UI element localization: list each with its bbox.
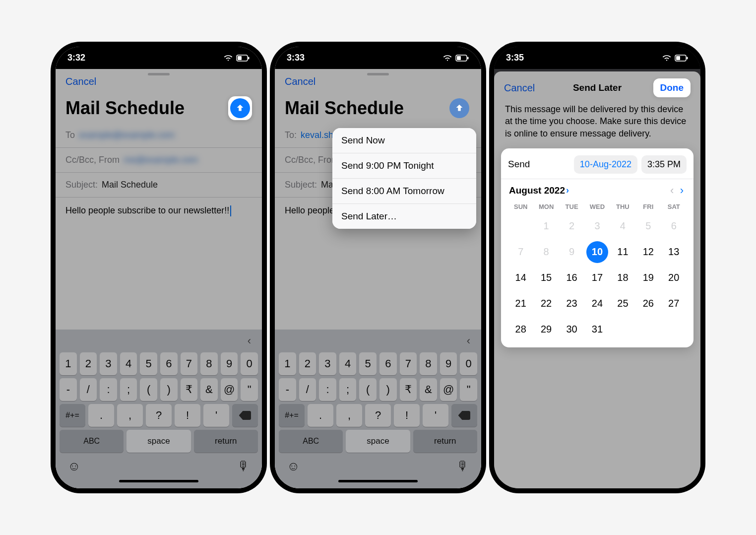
- calendar-day[interactable]: 30: [559, 317, 584, 342]
- key[interactable]: /: [299, 378, 316, 401]
- calendar-day[interactable]: 24: [584, 291, 610, 317]
- home-indicator[interactable]: [338, 480, 418, 482]
- compose-body[interactable]: Hello people subscribe to our newsletter…: [56, 198, 262, 224]
- key[interactable]: 4: [339, 352, 357, 375]
- key[interactable]: 0: [460, 352, 477, 375]
- key[interactable]: @: [440, 378, 457, 401]
- key[interactable]: ?: [365, 404, 391, 427]
- calendar-day[interactable]: 20: [661, 265, 687, 291]
- key-abc[interactable]: ABC: [279, 430, 343, 453]
- key[interactable]: 0: [241, 352, 258, 375]
- calendar-day[interactable]: 1: [533, 213, 559, 239]
- done-button[interactable]: Done: [653, 78, 691, 97]
- calendar-day[interactable]: 4: [610, 213, 635, 239]
- key-return[interactable]: return: [413, 430, 477, 453]
- key-space[interactable]: space: [346, 430, 410, 453]
- key[interactable]: 2: [80, 352, 97, 375]
- key[interactable]: 5: [359, 352, 377, 375]
- calendar-day[interactable]: 31: [584, 317, 610, 342]
- key[interactable]: ?: [146, 404, 172, 427]
- menu-send-later[interactable]: Send Later…: [332, 204, 476, 229]
- key[interactable]: (: [359, 378, 377, 401]
- key[interactable]: 6: [160, 352, 178, 375]
- key[interactable]: ;: [339, 378, 357, 401]
- key[interactable]: .: [88, 404, 114, 427]
- keyboard-collapse-icon[interactable]: ‹: [467, 334, 470, 347]
- key[interactable]: &: [420, 378, 437, 401]
- key[interactable]: -: [279, 378, 296, 401]
- key[interactable]: /: [80, 378, 97, 401]
- calendar-day[interactable]: 29: [533, 317, 559, 342]
- calendar-day[interactable]: 3: [584, 213, 610, 239]
- key[interactable]: :: [100, 378, 117, 401]
- calendar-day[interactable]: 5: [635, 213, 661, 239]
- key[interactable]: 5: [140, 352, 157, 375]
- calendar-day[interactable]: 17: [584, 265, 610, 291]
- calendar-day[interactable]: 25: [610, 291, 635, 317]
- sheet-grabber[interactable]: [367, 73, 389, 75]
- calendar-day[interactable]: 18: [610, 265, 635, 291]
- key[interactable]: 1: [279, 352, 296, 375]
- key-return[interactable]: return: [194, 430, 258, 453]
- calendar-day[interactable]: 16: [559, 265, 584, 291]
- send-button[interactable]: [447, 96, 471, 120]
- key[interactable]: 9: [440, 352, 457, 375]
- key[interactable]: 7: [181, 352, 198, 375]
- key[interactable]: .: [308, 404, 333, 427]
- home-indicator[interactable]: [119, 480, 198, 482]
- calendar-day[interactable]: 27: [661, 291, 687, 317]
- keyboard[interactable]: ‹1234567890-/:;()₹&@"#+=.,?!'ABCspaceret…: [275, 330, 481, 488]
- emoji-icon[interactable]: ☺: [287, 459, 300, 474]
- key[interactable]: ,: [117, 404, 143, 427]
- key[interactable]: &: [200, 378, 218, 401]
- calendar-day[interactable]: 19: [635, 265, 661, 291]
- to-field[interactable]: To example@example.com: [56, 123, 262, 148]
- calendar-day[interactable]: 12: [635, 239, 661, 265]
- key-space[interactable]: space: [126, 430, 190, 453]
- key[interactable]: 4: [120, 352, 137, 375]
- ccbcc-field[interactable]: Cc/Bcc, From me@example.com: [56, 148, 262, 173]
- send-button[interactable]: [228, 96, 252, 120]
- mic-icon[interactable]: 🎙: [456, 459, 469, 474]
- calendar-day[interactable]: 10: [584, 239, 610, 265]
- key-symbols[interactable]: #+=: [279, 404, 305, 427]
- cancel-button[interactable]: Cancel: [285, 76, 315, 87]
- calendar-day[interactable]: 26: [635, 291, 661, 317]
- key[interactable]: 6: [379, 352, 397, 375]
- menu-send-tomorrow[interactable]: Send 8:00 AM Tomorrow: [332, 179, 476, 204]
- menu-send-now[interactable]: Send Now: [332, 128, 476, 153]
- key-symbols[interactable]: #+=: [60, 404, 85, 427]
- emoji-icon[interactable]: ☺: [67, 459, 81, 474]
- key[interactable]: ': [423, 404, 448, 427]
- keyboard[interactable]: ‹1234567890-/:;()₹&@"#+=.,?!'ABCspaceret…: [56, 330, 262, 488]
- subject-field[interactable]: Subject: Mail Schedule: [56, 173, 262, 198]
- menu-send-tonight[interactable]: Send 9:00 PM Tonight: [332, 153, 476, 179]
- calendar-day[interactable]: 8: [533, 239, 559, 265]
- prev-month[interactable]: ‹: [668, 184, 676, 197]
- key[interactable]: -: [60, 378, 77, 401]
- calendar-day[interactable]: 15: [533, 265, 559, 291]
- key[interactable]: :: [319, 378, 336, 401]
- calendar-day[interactable]: 28: [508, 317, 533, 342]
- key[interactable]: ": [241, 378, 258, 401]
- key[interactable]: 3: [319, 352, 336, 375]
- key[interactable]: !: [175, 404, 200, 427]
- key[interactable]: 1: [60, 352, 77, 375]
- calendar-day[interactable]: 7: [508, 239, 533, 265]
- key[interactable]: ₹: [181, 378, 198, 401]
- key[interactable]: !: [394, 404, 420, 427]
- sheet-grabber[interactable]: [148, 73, 170, 75]
- key[interactable]: ): [160, 378, 178, 401]
- key[interactable]: 3: [100, 352, 117, 375]
- key[interactable]: ': [203, 404, 229, 427]
- mic-icon[interactable]: 🎙: [237, 459, 250, 474]
- key[interactable]: @: [221, 378, 238, 401]
- key[interactable]: ;: [120, 378, 137, 401]
- next-month[interactable]: ›: [678, 184, 686, 197]
- key[interactable]: 8: [420, 352, 437, 375]
- calendar-day[interactable]: 13: [661, 239, 687, 265]
- date-pill[interactable]: 10-Aug-2022: [574, 155, 637, 174]
- key[interactable]: (: [140, 378, 157, 401]
- calendar-day[interactable]: 22: [533, 291, 559, 317]
- key-abc[interactable]: ABC: [60, 430, 124, 453]
